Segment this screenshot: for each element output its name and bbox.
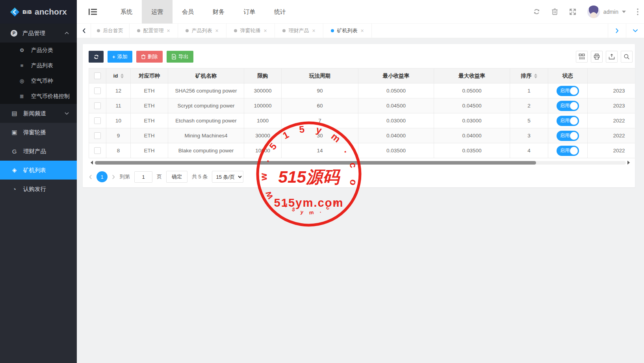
top-header: 系统运营会员财务订单统计 admin bbox=[77, 0, 644, 24]
cell-id: 9 bbox=[106, 128, 131, 143]
current-page-button[interactable]: 1 bbox=[97, 171, 108, 182]
prev-page-icon[interactable] bbox=[89, 174, 92, 180]
print-icon[interactable] bbox=[591, 51, 603, 63]
tab-dot-icon bbox=[97, 29, 100, 32]
goto-page-input[interactable] bbox=[134, 171, 152, 183]
refresh-icon[interactable] bbox=[533, 8, 540, 15]
tab-item[interactable]: 理财产品 × bbox=[275, 24, 323, 38]
sidebar-item[interactable]: G理财产品 bbox=[0, 142, 77, 161]
row-checkbox[interactable] bbox=[94, 132, 101, 139]
tab-item[interactable]: 弹窗轮播 × bbox=[226, 24, 275, 38]
cell-min-rate: 0.04500 bbox=[358, 98, 434, 113]
sidebar: BiB anchorx P产品管理 ⚙ 产品分类 ≡ 产品列表 ◎ 空气币种 ≣… bbox=[0, 0, 77, 363]
sidebar-subitem[interactable]: ≣ 空气币价格控制 bbox=[0, 89, 77, 104]
top-nav-item[interactable]: 系统 bbox=[111, 0, 142, 24]
refresh-table-button[interactable] bbox=[89, 51, 104, 63]
table-header-cell[interactable]: id bbox=[106, 69, 131, 83]
status-toggle[interactable]: 启用 bbox=[557, 101, 579, 111]
status-toggle[interactable]: 启用 bbox=[557, 86, 579, 96]
top-nav-item[interactable]: 会员 bbox=[173, 0, 203, 24]
cell-sort: 3 bbox=[510, 128, 548, 143]
cell-min-rate: 0.04000 bbox=[358, 128, 434, 143]
tab-close-icon[interactable]: × bbox=[215, 28, 218, 34]
tab-item[interactable]: 配置管理 × bbox=[130, 24, 178, 38]
delete-button[interactable]: 删除 bbox=[136, 51, 163, 63]
avatar[interactable] bbox=[587, 6, 600, 18]
miner-table: id对应币种矿机名称限购玩法周期最小收益率最大收益率排序状态 12 ETH SH… bbox=[89, 68, 635, 158]
table-header-cell bbox=[89, 69, 106, 83]
sidebar-item[interactable]: ▤新闻频道 bbox=[0, 104, 77, 123]
tab-bar: 后台首页 配置管理 × 产品列表 × 弹窗轮播 × 理财产品 × 矿机列表 × bbox=[77, 24, 644, 38]
scroll-right-arrow-icon[interactable] bbox=[627, 161, 632, 165]
per-page-select[interactable]: 15 条/页 bbox=[212, 171, 243, 183]
row-checkbox[interactable] bbox=[94, 147, 101, 154]
tab-close-icon[interactable]: × bbox=[312, 28, 315, 34]
table-row: 11 ETH Scrypt computing power 100000 60 … bbox=[89, 98, 635, 113]
sidebar-item[interactable]: ◈矿机列表 bbox=[0, 161, 77, 180]
top-nav-item[interactable]: 统计 bbox=[265, 0, 295, 24]
top-nav-item[interactable]: 运营 bbox=[142, 0, 173, 24]
select-all-checkbox[interactable] bbox=[94, 72, 101, 79]
table-row: 10 ETH Etchash computing power 1000 7 0.… bbox=[89, 113, 635, 128]
tab-item[interactable]: 矿机列表 × bbox=[323, 24, 372, 38]
trash-icon[interactable] bbox=[551, 8, 558, 15]
user-menu[interactable]: admin bbox=[587, 6, 626, 18]
cell-max-rate: 0.03000 bbox=[434, 113, 510, 128]
brand-logo[interactable]: BiB anchorx bbox=[0, 0, 77, 24]
cell-sort: 2 bbox=[510, 98, 548, 113]
scroll-left-arrow-icon[interactable] bbox=[89, 161, 93, 165]
tab-item[interactable]: 后台首页 bbox=[91, 24, 130, 38]
fullscreen-icon[interactable] bbox=[569, 8, 576, 15]
tab-item[interactable]: 产品列表 × bbox=[178, 24, 226, 38]
menu-collapse-icon[interactable] bbox=[89, 8, 97, 15]
sidebar-subitem[interactable]: ≡ 产品列表 bbox=[0, 58, 77, 73]
tab-close-icon[interactable]: × bbox=[264, 28, 267, 34]
search-icon[interactable] bbox=[621, 51, 633, 63]
sidebar-item[interactable]: ◔认购发行 bbox=[0, 180, 77, 198]
status-toggle[interactable]: 启用 bbox=[557, 131, 579, 141]
columns-filter-icon[interactable] bbox=[576, 51, 588, 63]
row-checkbox[interactable] bbox=[94, 117, 101, 124]
file-export-icon bbox=[171, 54, 176, 59]
sort-icon[interactable] bbox=[534, 72, 537, 80]
table-row: 12 ETH SHA256 computing power 300000 90 … bbox=[89, 83, 635, 98]
sidebar-subitem[interactable]: ⚙ 产品分类 bbox=[0, 43, 77, 58]
list-settings-icon: ≣ bbox=[18, 93, 26, 99]
sidebar-item[interactable]: ▣弹窗轮播 bbox=[0, 123, 77, 142]
row-checkbox[interactable] bbox=[94, 102, 101, 109]
cell-max-rate: 0.04500 bbox=[434, 98, 510, 113]
export-data-icon[interactable] bbox=[606, 51, 618, 63]
total-count: 共 5 条 bbox=[192, 173, 208, 180]
top-nav-item[interactable]: 订单 bbox=[234, 0, 265, 24]
cell-id: 11 bbox=[106, 98, 131, 113]
status-toggle[interactable]: 启用 bbox=[557, 146, 579, 156]
sidebar-item[interactable]: P产品管理 bbox=[0, 24, 77, 43]
table-header-row: id对应币种矿机名称限购玩法周期最小收益率最大收益率排序状态 bbox=[89, 69, 635, 83]
scrollbar-track[interactable] bbox=[95, 161, 626, 165]
cell-status: 启用 bbox=[548, 128, 588, 143]
tabs-menu-icon[interactable] bbox=[626, 24, 644, 38]
scrollbar-thumb[interactable] bbox=[95, 161, 536, 165]
cell-cycle: 7 bbox=[282, 113, 358, 128]
add-button[interactable]: + 添加 bbox=[108, 51, 132, 63]
sidebar-subitem[interactable]: ◎ 空气币种 bbox=[0, 73, 77, 89]
confirm-page-button[interactable]: 确定 bbox=[166, 171, 187, 183]
table-header-cell: 对应币种 bbox=[131, 69, 168, 83]
more-menu-icon[interactable] bbox=[637, 8, 638, 15]
row-checkbox[interactable] bbox=[94, 87, 101, 94]
cell-name: Etchash computing power bbox=[168, 113, 244, 128]
tabs-scroll-left-icon[interactable] bbox=[77, 24, 91, 38]
tabs-scroll-right-icon[interactable] bbox=[608, 24, 626, 38]
export-button[interactable]: 导出 bbox=[167, 51, 193, 63]
cell-status: 启用 bbox=[548, 143, 588, 158]
tab-close-icon[interactable]: × bbox=[167, 28, 170, 34]
cell-status: 启用 bbox=[548, 98, 588, 113]
status-toggle[interactable]: 启用 bbox=[557, 116, 579, 126]
cell-id: 12 bbox=[106, 83, 131, 98]
next-page-icon[interactable] bbox=[112, 174, 115, 180]
tab-close-icon[interactable]: × bbox=[360, 28, 364, 34]
table-header-cell[interactable]: 排序 bbox=[510, 69, 548, 83]
cell-min-rate: 0.03500 bbox=[358, 143, 434, 158]
top-nav-item[interactable]: 财务 bbox=[203, 0, 234, 24]
sort-icon[interactable] bbox=[121, 72, 124, 80]
